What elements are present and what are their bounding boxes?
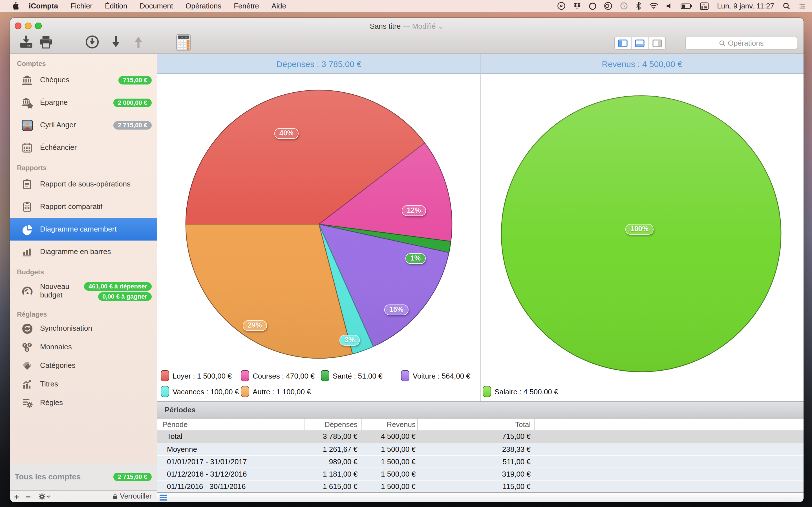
amount-cell: 1 261,67 € xyxy=(323,443,357,456)
adobe-cc-icon[interactable] xyxy=(604,2,612,10)
move-up-button[interactable] xyxy=(133,35,144,49)
period-cell: Moyenne xyxy=(167,443,197,456)
table-row[interactable]: Moyenne1 261,67 €1 500,00 €238,33 € xyxy=(157,443,804,455)
periods-section-header[interactable]: Périodes xyxy=(157,401,804,418)
main-content: Dépenses : 3 785,00 € Revenus : 4 500,00… xyxy=(157,54,804,502)
table-row[interactable]: 01/12/2016 - 31/12/20161 181,00 €1 500,0… xyxy=(157,467,804,480)
periods-table: PériodeDépensesRevenusTotalTotal3 785,00… xyxy=(157,418,804,492)
view-bottom-segment[interactable] xyxy=(632,37,649,49)
sidebar-item-regles[interactable]: Règles xyxy=(10,394,157,412)
time-machine-icon[interactable] xyxy=(619,2,628,10)
legend-salaire: Salaire : 4 500,00 € xyxy=(483,385,558,398)
account-badge: 2 715,00 € xyxy=(113,121,152,129)
sidebar-section-budgets: Budgets xyxy=(10,268,157,277)
keyboard-icon[interactable]: ⌘ xyxy=(700,2,709,10)
sidebar: ComptesChèques715,00 €Épargne2 000,00 €C… xyxy=(10,54,157,502)
pie-slice-loyer xyxy=(186,90,424,224)
battery-icon[interactable] xyxy=(680,3,692,9)
all-accounts-row[interactable]: Tous les comptes 2 715,00 € xyxy=(10,463,157,490)
account-badge: 715,00 € xyxy=(118,76,152,84)
sidebar-bottom-bar: + − Verrouiller xyxy=(10,490,157,502)
search-input[interactable]: Opérations xyxy=(685,37,797,50)
sidebar-item-titres[interactable]: Titres xyxy=(10,375,157,394)
sidebar-item-monnaies[interactable]: €¥$Monnaies xyxy=(10,338,157,356)
modified-label: — Modifié xyxy=(403,22,436,31)
legend-swatch-courses xyxy=(241,370,249,381)
period-cell: 01/12/2016 - 31/12/2016 xyxy=(167,468,247,481)
amount-cell: 1 500,00 € xyxy=(381,468,416,481)
sidebar-item-synchronisation[interactable]: Synchronisation xyxy=(10,320,157,338)
sidebar-item-cyril-anger[interactable]: Cyril Anger2 715,00 € xyxy=(10,114,157,136)
sidebar-item-rapport-comparatif[interactable]: Rapport comparatif xyxy=(10,195,157,218)
calculator-button[interactable]: 3.141593 xyxy=(176,34,191,51)
menu-item-aide[interactable]: Aide xyxy=(265,0,292,12)
legend-voiture: Voiture : 564,00 € xyxy=(401,370,470,382)
column-header-revenus[interactable]: Revenus xyxy=(387,418,416,431)
bluetooth-icon[interactable] xyxy=(635,2,642,10)
table-row[interactable]: Total3 785,00 €4 500,00 €715,00 € xyxy=(157,431,804,443)
table-options-icon[interactable] xyxy=(160,494,167,501)
textexpander-icon[interactable]: te xyxy=(557,2,565,10)
app-circle-icon[interactable] xyxy=(589,2,596,10)
chart-up-icon xyxy=(21,378,33,391)
volume-icon[interactable] xyxy=(666,2,673,10)
notification-center-icon[interactable] xyxy=(798,2,806,10)
table-row[interactable]: 01/01/2017 - 31/01/2017989,00 €1 500,00 … xyxy=(157,455,804,467)
sidebar-item-label: Échéancier xyxy=(40,144,79,152)
wifi-icon[interactable] xyxy=(649,2,658,10)
legend-label: Autre : 1 100,00 € xyxy=(253,387,311,396)
sidebar-item-diagramme-camembert[interactable]: Diagramme camembert xyxy=(10,218,157,240)
expenses-pie[interactable] xyxy=(186,90,452,358)
desktop: iComptaFichierÉditionDocumentOpérationsF… xyxy=(0,0,812,507)
sidebar-item-rapport-de-sous-operations[interactable]: Rapport de sous-opérations xyxy=(10,173,157,195)
sidebar-item-nouveau-budget[interactable]: Nouveau budget461,00 € à dépenser0,00 € … xyxy=(10,277,157,305)
sidebar-item-cheques[interactable]: Chèques715,00 € xyxy=(10,69,157,91)
column-header-total[interactable]: Total xyxy=(515,418,530,431)
menu-item-operations[interactable]: Opérations xyxy=(179,0,227,12)
sidebar-item-epargne[interactable]: Épargne2 000,00 € xyxy=(10,91,157,114)
all-accounts-label: Tous les comptes xyxy=(15,472,81,481)
sidebar-item-label: Rapport de sous-opérations xyxy=(40,180,133,188)
pie-slice-autre xyxy=(186,224,352,358)
pie-slice-sante xyxy=(319,224,451,252)
lock-label: Verrouiller xyxy=(120,492,152,500)
dropbox-icon[interactable] xyxy=(573,2,581,10)
menu-item-edition[interactable]: Édition xyxy=(99,0,134,12)
remove-button[interactable]: − xyxy=(26,492,31,501)
lock-button[interactable]: Verrouiller xyxy=(111,492,157,500)
legend-swatch-voiture xyxy=(401,370,409,381)
export-button[interactable] xyxy=(18,35,34,49)
menu-item-fenetre[interactable]: Fenêtre xyxy=(227,0,265,12)
column-header-periode[interactable]: Période xyxy=(162,418,188,431)
sidebar-item-echeancier[interactable]: Échéancier xyxy=(10,136,157,159)
menu-clock[interactable]: Lun. 9 janv. 11:27 xyxy=(716,2,775,10)
add-button[interactable]: + xyxy=(14,492,19,501)
actions-gear-button[interactable] xyxy=(38,492,50,501)
view-right-segment[interactable] xyxy=(649,37,665,49)
sidebar-item-label: Nouveau budget xyxy=(40,283,84,300)
menu-item-document[interactable]: Document xyxy=(134,0,180,12)
amount-cell: 319,00 € xyxy=(502,468,530,481)
spotlight-icon[interactable] xyxy=(783,2,791,10)
sidebar-item-diagramme-en-barres[interactable]: Diagramme en barres xyxy=(10,240,157,263)
legend-courses: Courses : 470,00 € xyxy=(241,370,315,382)
menu-item-fichier[interactable]: Fichier xyxy=(64,0,99,12)
move-down-button[interactable] xyxy=(110,35,122,49)
pie-label-autre: 29% xyxy=(243,320,267,331)
table-row[interactable]: 01/11/2016 - 30/11/20161 615,00 €1 500,0… xyxy=(157,480,804,492)
sidebar-item-categories[interactable]: Catégories xyxy=(10,356,157,375)
revenues-header: Revenus : 4 500,00 € xyxy=(480,54,804,74)
view-sidebar-segment[interactable] xyxy=(615,37,632,49)
menu-item-icompta[interactable]: iCompta xyxy=(22,0,64,12)
legend-loyer: Loyer : 1 500,00 € xyxy=(161,370,232,382)
all-accounts-badge: 2 715,00 € xyxy=(113,472,152,481)
clipboard-lines-icon xyxy=(21,178,33,190)
column-header-depenses[interactable]: Dépenses xyxy=(324,418,357,431)
import-button[interactable] xyxy=(85,35,99,49)
print-button[interactable] xyxy=(38,35,54,49)
amount-cell: 1 500,00 € xyxy=(381,443,416,456)
amount-cell: 1 500,00 € xyxy=(381,481,416,493)
apple-menu-icon[interactable] xyxy=(11,2,19,10)
account-badge: 0,00 € à gagner xyxy=(98,292,152,300)
document-title: Sans titre xyxy=(370,22,401,31)
